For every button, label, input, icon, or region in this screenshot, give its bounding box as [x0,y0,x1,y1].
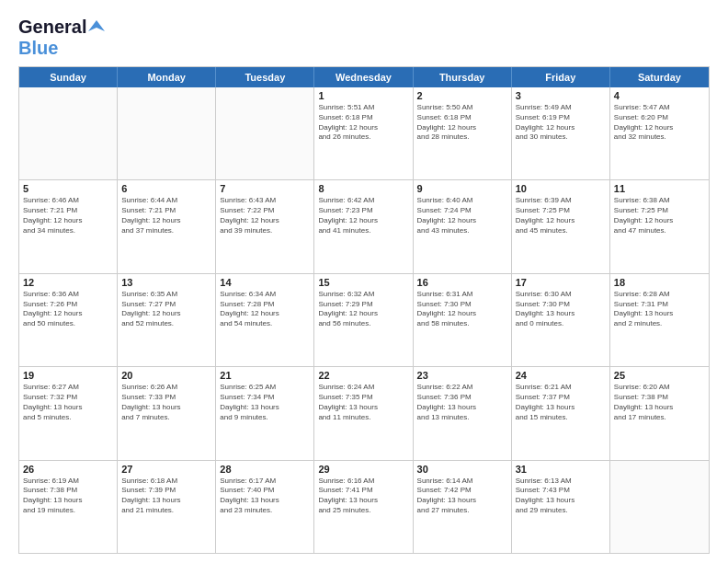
calendar-row-4: 19Sunrise: 6:27 AM Sunset: 7:32 PM Dayli… [19,366,709,459]
day-info: Sunrise: 6:17 AM Sunset: 7:40 PM Dayligh… [220,477,310,516]
day-number: 21 [220,370,310,381]
day-info: Sunrise: 6:22 AM Sunset: 7:36 PM Dayligh… [417,383,507,422]
day-cell-18: 18Sunrise: 6:28 AM Sunset: 7:31 PM Dayli… [610,274,709,366]
day-number: 17 [516,277,606,288]
day-number: 5 [23,183,113,194]
day-cell-30: 30Sunrise: 6:14 AM Sunset: 7:42 PM Dayli… [414,461,512,553]
header-day-thursday: Thursday [414,67,512,87]
day-info: Sunrise: 6:24 AM Sunset: 7:35 PM Dayligh… [318,383,408,422]
day-number: 14 [220,277,310,288]
day-number: 16 [417,277,507,288]
svg-marker-0 [88,20,105,31]
header-day-sunday: Sunday [19,67,118,87]
calendar-row-5: 26Sunrise: 6:19 AM Sunset: 7:38 PM Dayli… [19,460,709,553]
day-number: 29 [318,464,408,475]
day-cell-empty-4-6 [610,461,709,553]
day-cell-24: 24Sunrise: 6:21 AM Sunset: 7:37 PM Dayli… [512,367,610,459]
day-info: Sunrise: 6:36 AM Sunset: 7:26 PM Dayligh… [23,290,113,329]
day-cell-21: 21Sunrise: 6:25 AM Sunset: 7:34 PM Dayli… [216,367,314,459]
day-info: Sunrise: 6:26 AM Sunset: 7:33 PM Dayligh… [121,383,211,422]
day-cell-4: 4Sunrise: 5:47 AM Sunset: 6:20 PM Daylig… [610,87,709,179]
header-day-wednesday: Wednesday [314,67,413,87]
logo: General Blue [18,17,105,59]
day-cell-13: 13Sunrise: 6:35 AM Sunset: 7:27 PM Dayli… [118,274,216,366]
day-cell-5: 5Sunrise: 6:46 AM Sunset: 7:21 PM Daylig… [19,180,118,272]
day-number: 6 [121,183,211,194]
logo-general: General [18,17,86,38]
day-cell-11: 11Sunrise: 6:38 AM Sunset: 7:25 PM Dayli… [610,180,709,272]
day-number: 22 [318,370,408,381]
day-info: Sunrise: 5:50 AM Sunset: 6:18 PM Dayligh… [417,103,507,143]
calendar-body: 1Sunrise: 5:51 AM Sunset: 6:18 PM Daylig… [19,87,709,553]
day-cell-27: 27Sunrise: 6:18 AM Sunset: 7:39 PM Dayli… [118,461,216,553]
logo-bird-icon [88,18,105,35]
day-cell-29: 29Sunrise: 6:16 AM Sunset: 7:41 PM Dayli… [314,461,413,553]
day-info: Sunrise: 6:34 AM Sunset: 7:28 PM Dayligh… [220,290,310,329]
day-info: Sunrise: 6:35 AM Sunset: 7:27 PM Dayligh… [121,290,211,329]
day-info: Sunrise: 6:28 AM Sunset: 7:31 PM Dayligh… [614,290,705,329]
day-info: Sunrise: 5:49 AM Sunset: 6:19 PM Dayligh… [516,103,606,143]
day-cell-empty-0-0 [19,87,118,179]
calendar-header: SundayMondayTuesdayWednesdayThursdayFrid… [19,67,709,87]
day-cell-7: 7Sunrise: 6:43 AM Sunset: 7:22 PM Daylig… [216,180,314,272]
day-number: 4 [614,90,705,101]
day-number: 27 [121,464,211,475]
day-number: 18 [614,277,705,288]
day-number: 10 [516,183,606,194]
header-day-tuesday: Tuesday [216,67,314,87]
day-cell-23: 23Sunrise: 6:22 AM Sunset: 7:36 PM Dayli… [414,367,512,459]
day-info: Sunrise: 6:16 AM Sunset: 7:41 PM Dayligh… [318,477,408,516]
logo-blue: Blue [18,38,58,58]
day-number: 26 [23,464,113,475]
day-info: Sunrise: 5:47 AM Sunset: 6:20 PM Dayligh… [614,103,705,143]
day-cell-empty-0-1 [118,87,216,179]
day-cell-17: 17Sunrise: 6:30 AM Sunset: 7:30 PM Dayli… [512,274,610,366]
day-info: Sunrise: 6:27 AM Sunset: 7:32 PM Dayligh… [23,383,113,422]
day-number: 24 [516,370,606,381]
day-cell-9: 9Sunrise: 6:40 AM Sunset: 7:24 PM Daylig… [414,180,512,272]
day-info: Sunrise: 6:46 AM Sunset: 7:21 PM Dayligh… [23,196,113,236]
day-info: Sunrise: 6:21 AM Sunset: 7:37 PM Dayligh… [516,383,606,422]
day-info: Sunrise: 6:19 AM Sunset: 7:38 PM Dayligh… [23,477,113,516]
day-number: 30 [417,464,507,475]
day-number: 8 [318,183,408,194]
day-cell-26: 26Sunrise: 6:19 AM Sunset: 7:38 PM Dayli… [19,461,118,553]
day-info: Sunrise: 6:42 AM Sunset: 7:23 PM Dayligh… [318,196,408,236]
calendar-row-2: 5Sunrise: 6:46 AM Sunset: 7:21 PM Daylig… [19,179,709,272]
day-number: 12 [23,277,113,288]
day-number: 13 [121,277,211,288]
day-cell-14: 14Sunrise: 6:34 AM Sunset: 7:28 PM Dayli… [216,274,314,366]
page: General Blue SundayMondayTuesdayWednesda… [0,0,728,563]
day-cell-20: 20Sunrise: 6:26 AM Sunset: 7:33 PM Dayli… [118,367,216,459]
day-number: 9 [417,183,507,194]
day-cell-1: 1Sunrise: 5:51 AM Sunset: 6:18 PM Daylig… [314,87,413,179]
day-info: Sunrise: 6:32 AM Sunset: 7:29 PM Dayligh… [318,290,408,329]
day-number: 7 [220,183,310,194]
day-number: 25 [614,370,705,381]
day-info: Sunrise: 6:39 AM Sunset: 7:25 PM Dayligh… [516,196,606,236]
day-cell-22: 22Sunrise: 6:24 AM Sunset: 7:35 PM Dayli… [314,367,413,459]
day-cell-31: 31Sunrise: 6:13 AM Sunset: 7:43 PM Dayli… [512,461,610,553]
day-cell-3: 3Sunrise: 5:49 AM Sunset: 6:19 PM Daylig… [512,87,610,179]
day-cell-15: 15Sunrise: 6:32 AM Sunset: 7:29 PM Dayli… [314,274,413,366]
day-cell-12: 12Sunrise: 6:36 AM Sunset: 7:26 PM Dayli… [19,274,118,366]
day-number: 1 [318,90,408,101]
day-number: 23 [417,370,507,381]
day-info: Sunrise: 6:20 AM Sunset: 7:38 PM Dayligh… [614,383,705,422]
day-number: 20 [121,370,211,381]
calendar-row-3: 12Sunrise: 6:36 AM Sunset: 7:26 PM Dayli… [19,273,709,366]
day-cell-10: 10Sunrise: 6:39 AM Sunset: 7:25 PM Dayli… [512,180,610,272]
day-cell-empty-0-2 [216,87,314,179]
day-number: 28 [220,464,310,475]
day-number: 3 [516,90,606,101]
day-cell-8: 8Sunrise: 6:42 AM Sunset: 7:23 PM Daylig… [314,180,413,272]
header-day-monday: Monday [118,67,216,87]
day-cell-19: 19Sunrise: 6:27 AM Sunset: 7:32 PM Dayli… [19,367,118,459]
day-number: 15 [318,277,408,288]
day-info: Sunrise: 6:13 AM Sunset: 7:43 PM Dayligh… [516,477,606,516]
day-info: Sunrise: 6:18 AM Sunset: 7:39 PM Dayligh… [121,477,211,516]
day-info: Sunrise: 6:44 AM Sunset: 7:21 PM Dayligh… [121,196,211,236]
day-info: Sunrise: 6:40 AM Sunset: 7:24 PM Dayligh… [417,196,507,236]
header-day-saturday: Saturday [610,67,709,87]
day-info: Sunrise: 6:14 AM Sunset: 7:42 PM Dayligh… [417,477,507,516]
